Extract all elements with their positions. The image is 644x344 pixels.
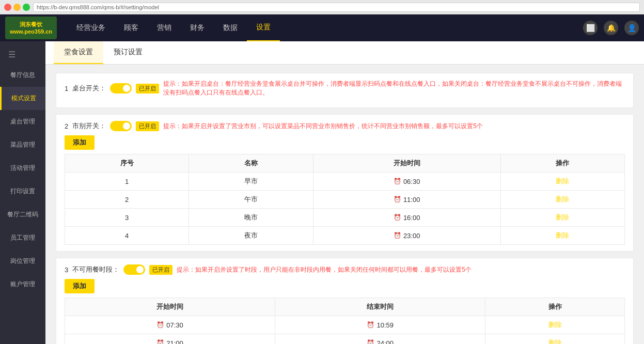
delete-btn[interactable]: 删除 [548,338,562,344]
tab-tangshi[interactable]: 堂食设置 [54,41,103,64]
delete-btn[interactable]: 删除 [548,320,562,330]
cell-start: ⏰07:30 [65,316,275,334]
th-name: 名称 [189,154,313,173]
section2-number: 2 [65,122,68,130]
th-time: 开始时间 [313,154,500,173]
sidebar-item-gangwei[interactable]: 岗位管理 [0,249,45,273]
nav-shuju[interactable]: 数据 [214,14,247,41]
sidebar: ☰ 餐厅信息 模式设置 桌台管理 菜品管理 活动管理 打印设置 餐厅二维码 员工… [0,41,45,344]
cell-name: 晚市 [189,209,313,227]
cell-action[interactable]: 删除 [485,316,625,334]
clock-icon: ⏰ [394,232,401,239]
table-row: 2 午市 ⏰11:00 删除 [65,191,625,209]
toggle-track2 [110,121,132,131]
toggle-track3 [123,264,145,275]
section2-status: 已开启 [136,121,159,131]
section3-label: 不可用餐时段： [72,265,119,274]
section3-status: 已开启 [149,265,172,275]
sidebar-collapse-btn[interactable]: ☰ [0,45,45,64]
clock-icon: ⏰ [394,196,401,203]
table-row: ⏰07:30 ⏰10:59 删除 [65,316,625,334]
sidebar-item-qrcode[interactable]: 餐厅二维码 [0,203,45,226]
section2-tip: 提示：如果开启并设置了营业市别，可以设置菜品不同营业市别销售价，统计不同营业市别… [163,122,625,131]
nav-jyyewu[interactable]: 经营业务 [67,14,115,41]
setting-section3: 3 不可用餐时段： 已开启 提示：如果开启并设置了时段，用户只能在非时段内用餐，… [56,258,634,344]
address-text: https://b-dev.qms888.com/qms-b/#/setting… [37,4,159,10]
th-index: 序号 [65,154,189,173]
cell-end: ⏰24:00 [275,334,485,345]
cell-time: ⏰11:00 [313,191,500,209]
clock-icon: ⏰ [156,321,164,329]
cell-time: ⏰23:00 [313,227,500,245]
sidebar-item-canting[interactable]: 餐厅信息 [0,64,45,87]
section1-toggle[interactable] [110,83,132,93]
section2-label: 市别开关： [72,121,106,131]
cell-name: 早市 [189,173,313,191]
delete-btn[interactable]: 删除 [556,177,569,186]
tab-yuding[interactable]: 预订设置 [103,41,153,64]
bell-icon[interactable]: 🔔 [604,21,618,35]
sidebar-item-zhuotai[interactable]: 桌台管理 [0,110,45,133]
nav-shezhi[interactable]: 设置 [247,14,280,41]
section2-toggle[interactable] [110,121,132,131]
cell-time: ⏰16:00 [313,209,500,227]
th-end: 结束时间 [275,298,485,316]
clock-icon: ⏰ [394,178,401,185]
table-row: ⏰21:00 ⏰24:00 删除 [65,334,625,345]
section2-table: 序号 名称 开始时间 操作 1 早市 ⏰06:30 删除 2 午市 ⏰11:00… [65,154,625,245]
section3-add-btn[interactable]: 添加 [65,279,95,293]
toggle-thumb [123,85,130,92]
close-btn[interactable] [4,4,11,11]
sidebar-item-huodong[interactable]: 活动管理 [0,157,45,180]
max-btn[interactable] [23,4,30,11]
section1-header: 1 桌台开关： 已开启 提示：如果开启桌台：餐厅经营业务堂食展示桌台并可操作，消… [65,80,625,97]
toggle-thumb3 [136,266,144,273]
sidebar-item-caipin[interactable]: 菜品管理 [0,133,45,157]
table-row: 1 早市 ⏰06:30 删除 [65,173,625,191]
delete-btn[interactable]: 删除 [556,195,569,204]
cell-action[interactable]: 删除 [500,191,624,209]
setting-section2: 2 市别开关： 已开启 提示：如果开启并设置了营业市别，可以设置菜品不同营业市别… [56,114,634,252]
cell-action[interactable]: 删除 [500,227,624,245]
monitor-icon[interactable]: ⬜ [583,21,598,35]
browser-bar: https://b-dev.qms888.com/qms-b/#/setting… [0,0,644,14]
cell-index: 3 [65,209,189,227]
clock-icon: ⏰ [367,321,374,329]
logo-text2: www.peo359.cn [10,28,52,35]
header-right: ⬜ 🔔 👤 [583,21,639,35]
toggle-track [110,83,132,93]
section2-add-btn[interactable]: 添加 [65,135,95,150]
table-row: 4 夜市 ⏰23:00 删除 [65,227,625,245]
nav-guke[interactable]: 顾客 [115,14,148,41]
sidebar-item-yuangong[interactable]: 员工管理 [0,226,45,249]
cell-action[interactable]: 删除 [485,334,625,345]
min-btn[interactable] [13,4,21,11]
user-icon[interactable]: 👤 [624,21,639,35]
sidebar-item-dayin[interactable]: 打印设置 [0,180,45,203]
tab-bar: 堂食设置 预订设置 [45,41,644,65]
th-action: 操作 [500,154,624,173]
cell-time: ⏰06:30 [313,173,500,191]
content-area: 堂食设置 预订设置 1 桌台开关： 已开启 提示：如果开启桌台：餐厅经营业务堂食… [45,41,644,344]
nav-yingxiao[interactable]: 营销 [148,14,181,41]
main-nav: 经营业务 顾客 营销 财务 数据 设置 [67,14,280,41]
cell-index: 2 [65,191,189,209]
cell-action[interactable]: 删除 [500,209,624,227]
section3-toggle[interactable] [123,264,145,275]
table-row: 3 晚市 ⏰16:00 删除 [65,209,625,227]
delete-btn[interactable]: 删除 [556,231,569,240]
address-bar[interactable]: https://b-dev.qms888.com/qms-b/#/setting… [33,3,640,12]
section1-tip: 提示：如果开启桌台：餐厅经营业务堂食展示桌台并可操作，消费者端显示扫码点餐和在线… [163,80,625,97]
sidebar-item-moshi[interactable]: 模式设置 [0,87,45,110]
logo: 润东餐饮 www.peo359.cn [5,17,57,39]
sidebar-item-zhanghao[interactable]: 账户管理 [0,273,45,296]
section1-label: 桌台开关： [72,84,106,93]
nav-caiwu[interactable]: 财务 [181,14,214,41]
cell-index: 4 [65,227,189,245]
clock-icon: ⏰ [367,339,374,344]
th-op: 操作 [485,298,625,316]
section3-number: 3 [65,266,68,274]
clock-icon: ⏰ [394,214,401,221]
delete-btn[interactable]: 删除 [556,213,569,222]
cell-action[interactable]: 删除 [500,173,624,191]
